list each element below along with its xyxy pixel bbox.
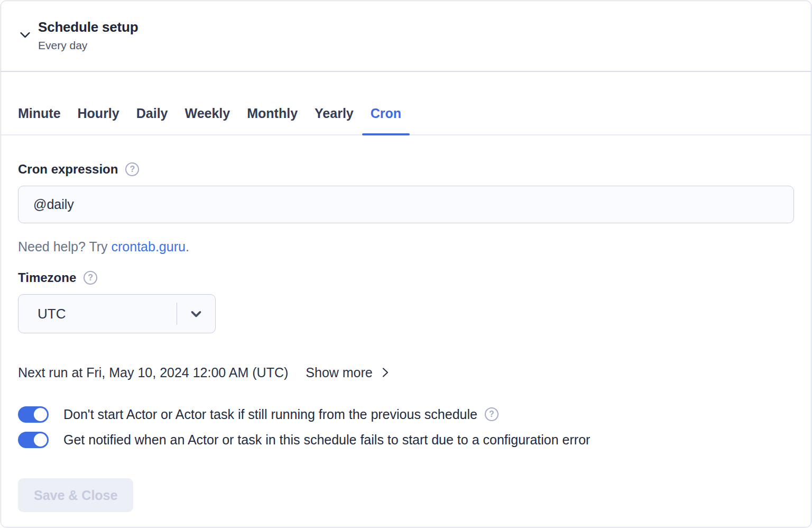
schedule-setup-panel: Schedule setup Every day Minute Hourly D…: [1, 1, 811, 527]
panel-header: Schedule setup Every day: [1, 1, 811, 52]
collapse-chevron-down-icon[interactable]: [18, 28, 32, 44]
help-text-suffix: .: [186, 239, 189, 254]
tab-cron[interactable]: Cron: [362, 106, 410, 134]
page-title: Schedule setup: [38, 19, 138, 35]
next-run-text: Next run at Fri, May 10, 2024 12:00 AM (…: [18, 364, 288, 381]
toggle-options: Don't start Actor or Actor task if still…: [18, 406, 794, 448]
header-divider: [1, 71, 811, 72]
help-text-prefix: Need help? Try: [18, 239, 112, 254]
toggle-knob: [34, 433, 47, 447]
cron-expression-input[interactable]: [18, 186, 794, 223]
dont-start-toggle-on[interactable]: [18, 406, 49, 423]
tab-monthly[interactable]: Monthly: [238, 106, 306, 134]
help-icon[interactable]: ?: [125, 162, 139, 176]
toggle-label-row: Get notified when an Actor or task in th…: [63, 431, 590, 448]
show-more-label: Show more: [306, 364, 372, 381]
cron-expression-label: Cron expression: [18, 162, 118, 177]
header-text: Schedule setup Every day: [38, 19, 138, 52]
chevron-down-icon: [177, 306, 215, 322]
timezone-label: Timezone: [18, 270, 76, 285]
toggle-row-dont-start: Don't start Actor or Actor task if still…: [18, 406, 794, 423]
crontab-guru-link[interactable]: crontab.guru: [112, 239, 186, 254]
tab-weekly[interactable]: Weekly: [177, 106, 239, 134]
tab-daily[interactable]: Daily: [128, 106, 177, 134]
toggle-knob: [34, 408, 47, 421]
notify-toggle-label: Get notified when an Actor or task in th…: [63, 431, 590, 448]
toggle-row-notify: Get notified when an Actor or task in th…: [18, 431, 794, 448]
timezone-label-row: Timezone ?: [18, 270, 794, 285]
help-icon[interactable]: ?: [84, 271, 97, 285]
timezone-select[interactable]: UTC: [18, 294, 216, 333]
notify-toggle-on[interactable]: [18, 432, 49, 448]
tab-yearly[interactable]: Yearly: [306, 106, 362, 134]
cron-expression-label-row: Cron expression ?: [18, 162, 794, 177]
schedule-type-tabs: Minute Hourly Daily Weekly Monthly Yearl…: [1, 106, 811, 135]
tab-minute[interactable]: Minute: [10, 106, 69, 134]
help-icon[interactable]: ?: [485, 407, 499, 421]
toggle-label-row: Don't start Actor or Actor task if still…: [63, 406, 499, 423]
chevron-right-icon: [379, 366, 391, 379]
cron-help-line: Need help? Try crontab.guru.: [18, 239, 794, 254]
cron-tab-content: Cron expression ? Need help? Try crontab…: [1, 162, 811, 512]
timezone-selected-value: UTC: [19, 306, 177, 322]
next-run-row: Next run at Fri, May 10, 2024 12:00 AM (…: [18, 364, 794, 381]
dont-start-toggle-label: Don't start Actor or Actor task if still…: [63, 406, 477, 423]
tab-hourly[interactable]: Hourly: [69, 106, 128, 134]
save-close-button[interactable]: Save & Close: [18, 478, 133, 512]
show-more-link[interactable]: Show more: [306, 364, 391, 381]
page-subtitle: Every day: [38, 39, 138, 52]
